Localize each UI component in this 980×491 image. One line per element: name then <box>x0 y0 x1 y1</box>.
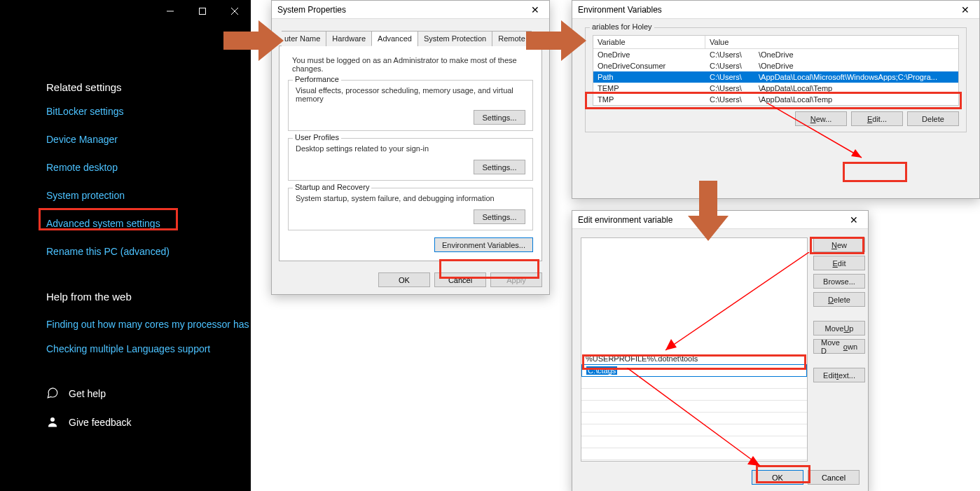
editev-ok-button[interactable]: OK <box>752 470 803 485</box>
system-properties-dialog: System Properties ✕ uter Name Hardware A… <box>271 0 550 295</box>
help-languages-link[interactable]: Checking multiple Languages support <box>46 343 251 354</box>
path-entry-selected[interactable]: C:\ctags <box>581 364 807 377</box>
tab-hardware[interactable]: Hardware <box>326 31 372 46</box>
system-protection-link[interactable]: System protection <box>46 190 251 201</box>
help-from-web-heading: Help from the web <box>46 291 251 303</box>
svg-rect-1 <box>200 8 206 15</box>
env-new-button[interactable]: New... <box>795 111 847 126</box>
sysprop-cancel-button[interactable]: Cancel <box>434 272 486 287</box>
arrow-icon <box>223 20 284 61</box>
svg-point-4 <box>50 417 55 422</box>
env-var-row[interactable]: TEMPC:\Users\\AppData\Local\Temp <box>593 83 958 94</box>
tab-system-protection[interactable]: System Protection <box>417 31 492 46</box>
env-variables-table[interactable]: Variable Value OneDriveC:\Users\\OneDriv… <box>593 35 959 106</box>
env-edit-button[interactable]: Edit... <box>851 111 903 126</box>
sysprop-apply-button[interactable]: Apply <box>490 272 542 287</box>
svg-marker-7 <box>688 181 729 241</box>
sysprop-title: System Properties <box>277 5 521 15</box>
editev-delete-button[interactable]: Delete <box>813 292 865 307</box>
arrow-down-icon <box>688 181 729 241</box>
edit-environment-variable-dialog: Edit environment variable ✕ %USERPROFILE… <box>572 210 869 491</box>
get-help-link[interactable]: Get help <box>69 388 106 399</box>
editev-edittext-button[interactable]: Edit text... <box>813 368 865 382</box>
path-entry[interactable]: %USERPROFILE%\.dotnet\tools <box>581 353 807 364</box>
perf-settings-button[interactable]: Settings... <box>474 110 525 125</box>
user-profiles-group: User Profiles Desktop settings related t… <box>288 138 533 181</box>
give-feedback-link[interactable]: Give feedback <box>69 417 132 428</box>
advanced-system-settings-link[interactable]: Advanced system settings <box>46 218 251 229</box>
minimize-button[interactable] <box>154 0 186 22</box>
col-variable[interactable]: Variable <box>593 36 705 48</box>
tab-computer-name[interactable]: uter Name <box>282 31 326 46</box>
close-button[interactable] <box>219 0 251 22</box>
editev-movedown-button[interactable]: Move Down <box>813 339 865 354</box>
close-icon[interactable]: ✕ <box>521 4 549 15</box>
related-settings-heading: Related settings <box>46 81 251 93</box>
editev-cancel-button[interactable]: Cancel <box>808 470 860 485</box>
startup-recovery-group: Startup and Recovery System startup, sys… <box>288 188 533 230</box>
svg-marker-6 <box>526 20 586 61</box>
svg-marker-5 <box>223 20 284 61</box>
sysprop-tabs: uter Name Hardware Advanced System Prote… <box>279 30 542 46</box>
admin-note: You must be logged on as an Administrato… <box>288 56 533 73</box>
remote-desktop-link[interactable]: Remote desktop <box>46 162 251 173</box>
bitlocker-link[interactable]: BitLocker settings <box>46 106 251 117</box>
startup-settings-button[interactable]: Settings... <box>474 209 525 224</box>
person-icon <box>46 415 59 430</box>
chat-bubble-icon <box>46 387 59 401</box>
editev-new-button[interactable]: New <box>813 237 865 252</box>
environment-variables-dialog: Environment Variables ✕ ariables for Hol… <box>572 0 980 199</box>
tab-advanced[interactable]: Advanced <box>371 31 418 46</box>
env-delete-button[interactable]: Delete <box>907 111 959 126</box>
envvars-title: Environment Variables <box>578 5 951 15</box>
env-var-row[interactable]: OneDriveC:\Users\\OneDrive <box>593 49 958 60</box>
device-manager-link[interactable]: Device Manager <box>46 134 251 145</box>
env-var-row[interactable]: OneDriveConsumerC:\Users\\OneDrive <box>593 60 958 71</box>
environment-variables-button[interactable]: Environment Variables... <box>434 237 533 252</box>
editev-moveup-button[interactable]: Move Up <box>813 321 865 336</box>
profiles-settings-button[interactable]: Settings... <box>474 160 525 174</box>
env-var-row[interactable]: PathC:\Users\\AppData\Local\Microsoft\Wi… <box>593 71 958 83</box>
settings-titlebar <box>0 0 251 22</box>
env-var-row[interactable]: TMPC:\Users\\AppData\Local\Temp <box>593 94 958 105</box>
close-icon[interactable]: ✕ <box>951 4 979 15</box>
sysprop-ok-button[interactable]: OK <box>378 272 430 287</box>
performance-group: Performance Visual effects, processor sc… <box>288 80 533 131</box>
maximize-button[interactable] <box>186 0 219 22</box>
col-value[interactable]: Value <box>705 36 958 48</box>
rename-pc-link[interactable]: Rename this PC (advanced) <box>46 246 251 257</box>
help-cores-link[interactable]: Finding out how many cores my processor … <box>46 318 251 332</box>
editev-browse-button[interactable]: Browse... <box>813 274 865 289</box>
user-variables-group: ariables for Holey Variable Value OneDri… <box>585 27 967 132</box>
editev-edit-button[interactable]: Edit <box>813 256 865 270</box>
arrow-icon <box>526 20 586 61</box>
path-entries-list[interactable]: %USERPROFILE%\.dotnet\tools C:\ctags <box>581 237 808 462</box>
windows-settings-panel: Related settings BitLocker settings Devi… <box>0 0 251 491</box>
close-icon[interactable]: ✕ <box>840 214 868 226</box>
